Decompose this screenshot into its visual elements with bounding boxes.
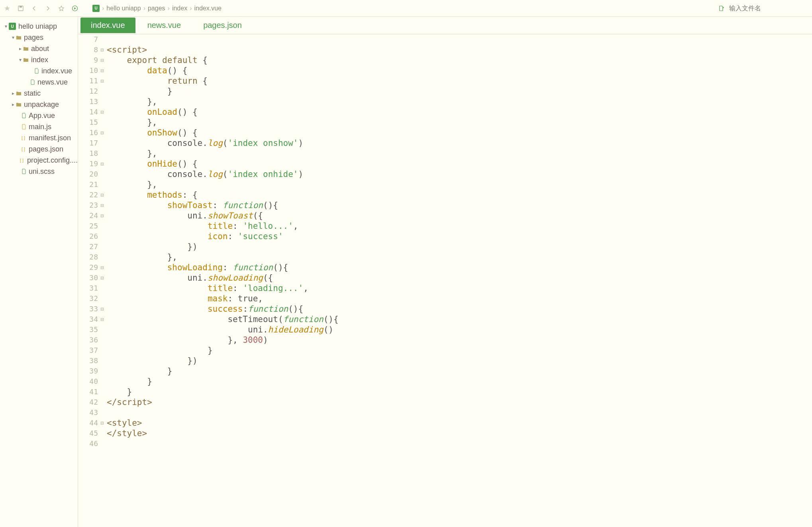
code-text[interactable]: uni.hideLoading() — [106, 324, 333, 335]
code-text[interactable]: uni.showToast({ — [106, 210, 263, 221]
code-line[interactable]: 19⊟ onHide() { — [78, 159, 812, 169]
code-line[interactable]: 8⊟<script> — [78, 45, 812, 55]
code-line[interactable]: 45</style> — [78, 428, 812, 439]
code-text[interactable]: } — [106, 376, 152, 387]
code-text[interactable]: } — [106, 86, 172, 96]
code-line[interactable]: 27 }) — [78, 242, 812, 252]
fold-icon[interactable]: ⊟ — [100, 76, 106, 86]
code-text[interactable]: }) — [106, 242, 198, 252]
code-line[interactable]: 30⊟ uni.showLoading({ — [78, 273, 812, 283]
fold-icon[interactable]: ⊟ — [100, 273, 106, 283]
code-text[interactable]: onShow() { — [106, 128, 198, 138]
code-line[interactable]: 38 }) — [78, 356, 812, 366]
code-text[interactable]: }, — [106, 117, 157, 128]
code-line[interactable]: 33⊟ success:function(){ — [78, 304, 812, 314]
chevron-icon[interactable]: ▸ — [10, 102, 16, 107]
editor-tab[interactable]: pages.json — [193, 18, 252, 33]
chevron-icon[interactable]: ▸ — [18, 46, 23, 51]
code-editor[interactable]: 7 8⊟<script>9⊟ export default {10⊟ data(… — [78, 34, 812, 527]
code-text[interactable]: }, — [106, 96, 157, 107]
code-text[interactable] — [106, 34, 112, 45]
fold-icon[interactable]: ⊟ — [100, 314, 106, 324]
breadcrumb-item[interactable]: index.vue — [194, 5, 222, 12]
tree-item[interactable]: ▾pages — [0, 32, 78, 43]
code-line[interactable]: 29⊟ showLoading: function(){ — [78, 262, 812, 273]
code-text[interactable]: showLoading: function(){ — [106, 262, 288, 273]
fold-icon[interactable]: ⊟ — [100, 55, 106, 65]
code-text[interactable]: mask: true, — [106, 293, 263, 304]
code-line[interactable]: 7 — [78, 34, 812, 45]
fold-icon[interactable]: ⊟ — [100, 200, 106, 210]
fold-icon[interactable]: ⊟ — [100, 107, 106, 117]
code-text[interactable]: console.log('index onshow') — [106, 138, 303, 148]
code-line[interactable]: 25 title: 'hello...', — [78, 221, 812, 231]
code-line[interactable]: 40 } — [78, 376, 812, 387]
code-text[interactable]: setTimeout(function(){ — [106, 314, 339, 324]
tree-item[interactable]: ▾index — [0, 54, 78, 65]
breadcrumb-item[interactable]: pages — [148, 5, 165, 12]
chevron-icon[interactable]: ▸ — [10, 90, 16, 96]
fold-icon[interactable]: ⊟ — [100, 190, 106, 200]
code-line[interactable]: 24⊟ uni.showToast({ — [78, 210, 812, 221]
code-line[interactable]: 11⊟ return { — [78, 76, 812, 86]
code-line[interactable]: 9⊟ export default { — [78, 55, 812, 65]
tree-item[interactable]: main.js — [0, 121, 78, 132]
tree-item[interactable]: ▸about — [0, 43, 78, 54]
new-file-icon[interactable] — [717, 4, 725, 12]
fold-icon[interactable]: ⊟ — [100, 159, 106, 169]
code-text[interactable]: showToast: function(){ — [106, 200, 278, 210]
breadcrumb-item[interactable]: hello uniapp — [106, 5, 141, 12]
code-text[interactable]: title: 'loading...', — [106, 283, 308, 293]
code-line[interactable]: 28 }, — [78, 252, 812, 262]
filename-search-input[interactable] — [729, 5, 809, 12]
code-line[interactable]: 41 } — [78, 387, 812, 397]
star-icon[interactable] — [57, 4, 65, 12]
tree-item[interactable]: ▸unpackage — [0, 99, 78, 110]
fold-icon[interactable]: ⊟ — [100, 128, 106, 138]
code-line[interactable]: 34⊟ setTimeout(function(){ — [78, 314, 812, 324]
code-line[interactable]: 42</script> — [78, 397, 812, 407]
code-line[interactable]: 37 } — [78, 345, 812, 356]
code-line[interactable]: 18 }, — [78, 148, 812, 159]
code-text[interactable]: title: 'hello...', — [106, 221, 298, 231]
code-line[interactable]: 16⊟ onShow() { — [78, 128, 812, 138]
fold-icon[interactable]: ⊟ — [100, 304, 106, 314]
chevron-icon[interactable]: ▾ — [3, 24, 9, 29]
code-text[interactable]: console.log('index onhide') — [106, 169, 303, 179]
code-line[interactable]: 17 console.log('index onshow') — [78, 138, 812, 148]
code-text[interactable]: } — [106, 387, 132, 397]
code-line[interactable]: 23⊟ showToast: function(){ — [78, 200, 812, 210]
code-line[interactable]: 46 — [78, 439, 812, 449]
tree-item[interactable]: [ ]manifest.json — [0, 132, 78, 144]
code-text[interactable] — [106, 407, 112, 418]
code-text[interactable]: <style> — [106, 418, 142, 428]
code-text[interactable]: return { — [106, 76, 208, 86]
code-text[interactable]: icon: 'success' — [106, 231, 283, 242]
code-text[interactable]: onLoad() { — [106, 107, 198, 117]
code-text[interactable]: onHide() { — [106, 159, 198, 169]
code-text[interactable]: }, — [106, 252, 177, 262]
code-line[interactable]: 12 } — [78, 86, 812, 96]
tree-item[interactable]: ▾Uhello uniapp — [0, 21, 78, 32]
code-line[interactable]: 20 console.log('index onhide') — [78, 169, 812, 179]
save-icon[interactable] — [17, 4, 25, 12]
fold-icon[interactable]: ⊟ — [100, 65, 106, 76]
code-line[interactable]: 21 }, — [78, 179, 812, 190]
code-line[interactable]: 26 icon: 'success' — [78, 231, 812, 242]
code-text[interactable] — [106, 439, 112, 449]
code-text[interactable]: success:function(){ — [106, 304, 303, 314]
code-line[interactable]: 44⊟<style> — [78, 418, 812, 428]
code-line[interactable]: 15 }, — [78, 117, 812, 128]
code-line[interactable]: 43 — [78, 407, 812, 418]
code-text[interactable]: uni.showLoading({ — [106, 273, 273, 283]
code-text[interactable]: } — [106, 345, 213, 356]
code-line[interactable]: 39 } — [78, 366, 812, 376]
tree-item[interactable]: news.vue — [0, 77, 78, 88]
editor-tab[interactable]: index.vue — [80, 18, 135, 33]
tree-item[interactable]: uni.scss — [0, 166, 78, 177]
breadcrumb-item[interactable]: index — [172, 5, 187, 12]
pin-icon[interactable] — [3, 4, 11, 12]
code-text[interactable]: export default { — [106, 55, 208, 65]
code-text[interactable]: }) — [106, 356, 198, 366]
code-line[interactable]: 13 }, — [78, 96, 812, 107]
